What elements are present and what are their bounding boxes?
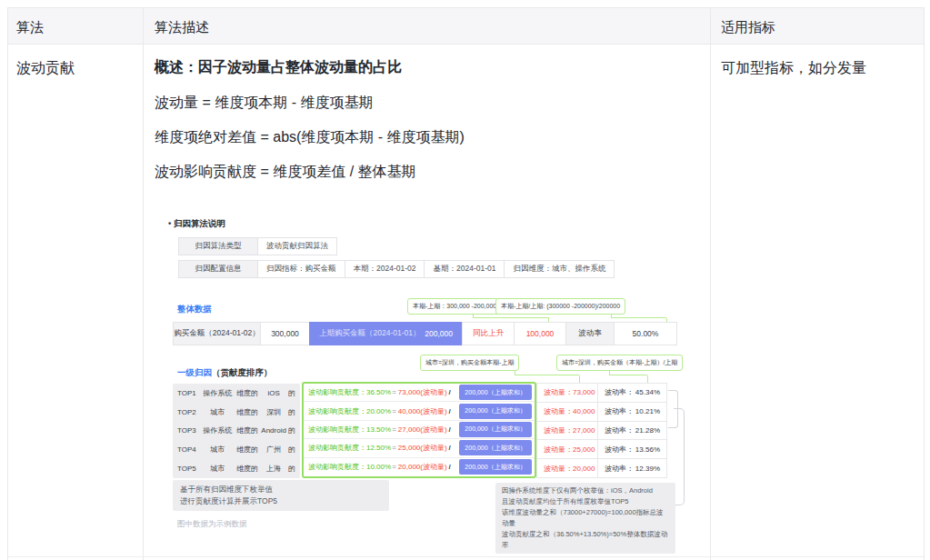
header-cell-algorithm: 算法 [16,19,44,36]
config-current-period: 本期：2024-01-02 [345,260,425,278]
formula-contribution: 波动影响贡献度 = 维度项差值 / 整体基期 [155,163,416,182]
volume-label: 波动量： [544,425,573,435]
overall-prev-cell: 上期购买金额（2024-01-01） 200,000 [309,322,463,345]
volume-label: 波动量： [544,406,573,416]
config-type-row: 归因算法类型 波动贡献归因算法 [178,237,337,255]
overall-data-title: 整体数据 [177,304,212,315]
os-dimension-note: 因操作系统维度下仅有两个枚举值：iOS，Android 且波动贡献度均位于所有维… [495,483,675,554]
rate-label: 波动率： [605,445,634,455]
attribution-title: 一级归因（贡献度排序） [177,367,273,379]
base-sum-chip: 200,000（上期求和） [459,385,532,400]
config-info-label: 归因配置信息 [178,260,258,278]
rate-value: 21.28% [635,426,660,435]
config-base-period: 基期：2024-01-01 [424,260,505,278]
volume-cell: 波动量：25,000 [536,439,598,459]
config-type-value: 波动贡献归因算法 [257,237,337,255]
attribution-rate-connector [609,370,647,375]
contribution-row: 波动影响贡献度：10.00%=20,000(波动量)/200,000（上期求和） [304,458,535,476]
contribution-label: 波动影响贡献度： [308,425,366,435]
attribution-dimension-row: TOP5城市维度的上海的 [173,459,300,478]
rate-cell: 波动率：45.34% [597,383,667,403]
dimension-mid-label: 维度的 [235,445,260,455]
dimension-mid-label: 维度的 [235,388,260,398]
overall-trend-label: 同比上升 [462,322,515,345]
rank-label: TOP1 [177,389,200,397]
rate-cell: 波动率：21.28% [597,421,667,441]
base-sum-chip: 200,000（上期求和） [459,422,532,437]
dimension-name: 城市 [200,445,235,455]
overall-rate-callout: 本期-上期/上期: (300000 -200000)/200000 [495,298,625,315]
rate-cell: 波动率：12.39% [597,458,667,478]
rank-label: TOP2 [177,408,200,416]
base-sum-chip: 200,000（上期求和） [459,459,532,475]
delta-value: 20,000(波动量) [398,462,447,472]
rate-label: 波动率： [605,387,634,397]
equals-sign: = [392,463,396,471]
dimension-suffix: 的 [288,407,295,417]
dimension-name: 操作系统 [200,388,235,398]
config-info-row: 归因配置信息 归因指标：购买金额 本期：2024-01-02 基期：2024-0… [178,260,615,278]
overall-trend-value: 100,000 [514,322,566,345]
overall-metric-label: 购买金额（2024-01-02） [173,322,261,345]
rate-label: 波动率： [605,406,634,416]
rank-label: TOP3 [177,426,200,435]
contribution-row: 波动影响贡献度：36.50%=73,000(波动量)/200,000（上期求和） [304,384,535,402]
volume-cell: 波动量：40,000 [536,402,598,422]
dimension-suffix: 的 [288,445,295,455]
algorithms-table-page: 算法 算法描述 适用指标 波动贡献 可加型指标，如分发量 概述：因子波动量占整体… [0,0,930,560]
rate-value: 45.34% [635,388,660,396]
contribution-pct: 10.00% [366,463,391,471]
rate-label: 波动率： [605,425,634,435]
dimension-value: 广州 [259,445,288,455]
divide-sign: / [449,463,451,471]
header-cell-metrics: 适用指标 [721,19,775,36]
volume-value: 25,000 [573,445,595,454]
contribution-label: 波动影响贡献度： [308,462,366,472]
dimension-name: 城市 [200,407,235,417]
algorithm-name: 波动贡献 [16,59,75,78]
equals-sign: = [392,444,396,452]
diagram-section-title: • 归因算法说明 [168,218,225,230]
volume-label: 波动量： [544,387,573,397]
contribution-label: 波动影响贡献度： [308,406,366,416]
contribution-pct: 12.50% [366,444,391,452]
attribution-dimension-row: TOP4城市维度的广州的 [173,440,300,459]
dimension-value: 深圳 [259,407,288,417]
stats-row: 波动量：27,000波动率：21.28% [536,421,667,441]
overall-rate-value: 50.00% [614,322,677,345]
volume-cell: 波动量：20,000 [536,458,598,478]
rank-label: TOP4 [177,445,200,454]
delta-value: 73,000(波动量) [398,387,447,397]
dimension-suffix: 的 [288,425,295,435]
attribution-rate-callout: 城市=深圳，购买金额（本期-上期）/上期 [556,355,683,371]
contribution-row: 波动影响贡献度：13.50%=27,000(波动量)/200,000（上期求和） [304,421,535,439]
dimension-value: 上海 [259,464,288,474]
attribution-dimension-row: TOP2城市维度的深圳的 [173,403,300,422]
volume-value: 27,000 [573,426,595,435]
overall-metric-value: 300,000 [260,322,310,345]
base-sum-chip: 200,000（上期求和） [459,404,532,419]
stats-row: 波动量：73,000波动率：45.34% [536,383,667,403]
rate-label: 波动率： [605,464,634,474]
stats-row: 波动量：20,000波动率：12.39% [536,458,667,478]
rate-value: 13.56% [635,445,660,454]
contribution-label: 波动影响贡献度： [308,443,366,453]
attribution-dimension-panel: TOP1操作系统维度的iOS的TOP2城市维度的深圳的TOP3操作系统维度的An… [173,384,300,478]
table-header-row [8,8,924,45]
dimension-value: iOS [259,389,288,397]
volume-value: 73,000 [573,388,595,396]
dimension-mid-label: 维度的 [235,425,260,435]
header-cell-description: 算法描述 [155,19,209,36]
equals-sign: = [392,425,396,434]
rate-cell: 波动率：10.21% [597,402,667,422]
delta-value: 27,000(波动量) [398,425,447,435]
contribution-pct: 13.50% [366,425,391,434]
config-metric: 归因指标：购买金额 [257,260,345,278]
overall-prev-label: 上期购买金额（2024-01-01） [319,328,420,339]
delta-value: 40,000(波动量) [398,406,447,416]
delta-value: 25,000(波动量) [398,443,447,453]
contribution-row: 波动影响贡献度：20.00%=40,000(波动量)/200,000（上期求和） [304,402,535,420]
column-divider-1 [143,8,144,560]
attribution-delta-callout: 城市=深圳，购买金额本期-上期 [420,355,519,371]
attribution-contribution-box: 波动影响贡献度：36.50%=73,000(波动量)/200,000（上期求和）… [302,382,536,478]
